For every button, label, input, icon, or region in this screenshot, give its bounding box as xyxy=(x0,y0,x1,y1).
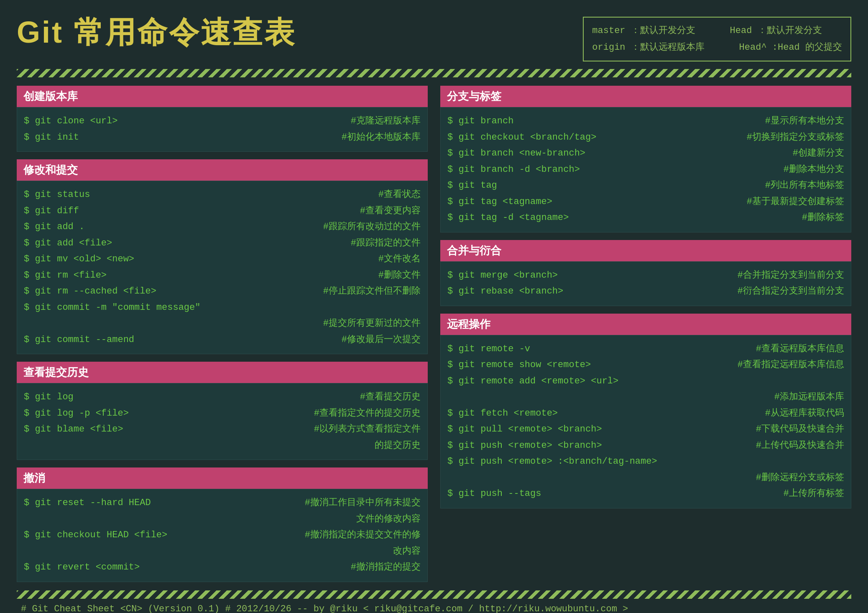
cmd-row: $ git pull <remote> <branch> #下载代码及快速合并 xyxy=(447,421,844,438)
cmd-row: $ git log -p <file> #查看指定文件的提交历史 xyxy=(24,406,421,422)
cmd-row: $ git rm --cached <file> #停止跟踪文件但不删除 xyxy=(24,284,421,300)
cmd-text: $ git checkout HEAD <file> xyxy=(24,527,167,544)
cmd-row: $ git tag <tagname> #基于最新提交创建标签 xyxy=(447,194,844,210)
cmd-comment: #撤消指定的提交 xyxy=(351,559,421,576)
cmd-text: $ git commit --amend xyxy=(24,332,134,348)
cmd-comment: #初始化本地版本库 xyxy=(342,130,421,146)
right-column: 分支与标签 $ git branch #显示所有本地分支 $ git check… xyxy=(440,86,851,582)
cmd-row: $ git reset --hard HEAD #撤消工作目录中所有未提交 xyxy=(24,495,421,511)
cmd-text: $ git clone <url> xyxy=(24,113,117,130)
cmd-row: $ git blame <file> #以列表方式查看指定文件 xyxy=(24,421,421,438)
cmd-comment: #查看提交历史 xyxy=(360,389,421,406)
cmd-comment: #查看指定远程版本库信息 xyxy=(738,357,844,373)
cmd-row: $ git init #初始化本地版本库 xyxy=(24,130,421,146)
cmd-comment: #列出所有本地标签 xyxy=(765,178,844,194)
cmd-comment: #切换到指定分支或标签 xyxy=(747,130,844,146)
cmd-text: $ git fetch <remote> xyxy=(447,406,558,422)
cmd-row: $ git tag #列出所有本地标签 xyxy=(447,178,844,194)
cmd-comment: #撤消工作目录中所有未提交 xyxy=(305,495,421,511)
legend-origin: origin ：默认远程版本库 xyxy=(592,39,704,56)
cmd-text: $ git branch xyxy=(447,113,513,130)
cmd-row: $ git push <remote> <branch> #上传代码及快速合并 xyxy=(447,438,844,454)
cmd-row: $ git commit -m "commit message" xyxy=(24,300,421,316)
cmd-text: $ git remote show <remote> xyxy=(447,357,591,373)
cmd-text: $ git push --tags xyxy=(447,486,541,502)
cmd-comment: #创建新分支 xyxy=(793,146,844,162)
cmd-text: $ git add <file> xyxy=(24,235,112,252)
cmd-comment: #删除文件 xyxy=(378,268,421,284)
cmd-text: $ git mv <old> <new> xyxy=(24,251,134,268)
cmd-row: $ git add . #跟踪所有改动过的文件 xyxy=(24,219,421,235)
cmd-row: $ git push --tags #上传所有标签 xyxy=(447,486,844,502)
cmd-row: $ git remote -v #查看远程版本库信息 xyxy=(447,341,844,358)
cmd-row: 文件的修改内容 xyxy=(24,511,421,528)
cmd-row: 改内容 xyxy=(24,544,421,560)
cmd-text: $ git blame <file> xyxy=(24,421,123,438)
cmd-row: $ git add <file> #跟踪指定的文件 xyxy=(24,235,421,252)
cmd-row: $ git fetch <remote> #从远程库获取代码 xyxy=(447,406,844,422)
cmd-comment: #从远程库获取代码 xyxy=(765,406,844,422)
cmd-text: $ git pull <remote> <branch> xyxy=(447,421,602,438)
cmd-text: $ git branch <new-branch> xyxy=(447,146,585,162)
cmd-row: $ git checkout <branch/tag> #切换到指定分支或标签 xyxy=(447,130,844,146)
footer-text: # Git Cheat Sheet <CN> (Version 0.1) # 2… xyxy=(17,604,851,613)
cmd-comment: 文件的修改内容 xyxy=(356,511,421,528)
cmd-text: $ git log xyxy=(24,389,74,406)
cmd-text: $ git reset --hard HEAD xyxy=(24,495,151,511)
cmd-text: $ git branch -d <branch> xyxy=(447,162,580,178)
cmd-row: $ git rebase <branch> #衍合指定分支到当前分支 xyxy=(447,284,844,300)
cmd-row: $ git clone <url> #克隆远程版本库 xyxy=(24,113,421,130)
section-create-repo-title: 创建版本库 xyxy=(17,86,428,107)
cmd-comment: #显示所有本地分支 xyxy=(765,113,844,130)
cmd-text: $ git tag xyxy=(447,178,497,194)
section-branch-tag: 分支与标签 $ git branch #显示所有本地分支 $ git check… xyxy=(440,86,851,232)
section-view-history-title: 查看提交历史 xyxy=(17,362,428,383)
cmd-row: 的提交历史 xyxy=(24,438,421,454)
section-undo-title: 撤消 xyxy=(17,467,428,489)
bottom-divider xyxy=(17,590,851,599)
cmd-comment: #基于最新提交创建标签 xyxy=(747,194,844,210)
cmd-comment: #克隆远程版本库 xyxy=(351,113,421,130)
cmd-comment: 改内容 xyxy=(393,544,421,560)
section-branch-tag-title: 分支与标签 xyxy=(440,86,851,107)
section-branch-tag-body: $ git branch #显示所有本地分支 $ git checkout <b… xyxy=(440,107,851,232)
cmd-row: $ git branch <new-branch> #创建新分支 xyxy=(447,146,844,162)
section-modify-commit-body: $ git status #查看状态 $ git diff #查看变更内容 $ … xyxy=(17,181,428,354)
legend-head: Head ：默认开发分支 xyxy=(708,23,822,39)
cmd-row: #删除远程分支或标签 xyxy=(447,470,844,486)
legend-master: master ：默认开发分支 xyxy=(592,23,695,39)
cmd-comment: #停止跟踪文件但不删除 xyxy=(323,284,421,300)
section-merge-rebase-body: $ git merge <branch> #合并指定分支到当前分支 $ git … xyxy=(440,261,851,306)
cmd-comment: #查看状态 xyxy=(378,187,421,203)
cmd-row: $ git branch #显示所有本地分支 xyxy=(447,113,844,130)
cmd-text: $ git remote add <remote> <url> xyxy=(447,373,618,390)
cmd-comment: #删除远程分支或标签 xyxy=(756,470,844,486)
legend-box: master ：默认开发分支 Head ：默认开发分支 origin ：默认远程… xyxy=(583,17,851,61)
cmd-comment: #删除本地分支 xyxy=(784,162,844,178)
cmd-text: $ git tag <tagname> xyxy=(447,194,552,210)
section-merge-rebase-title: 合并与衍合 xyxy=(440,240,851,261)
section-create-repo-body: $ git clone <url> #克隆远程版本库 $ git init #初… xyxy=(17,107,428,152)
header: Git 常用命令速查表 master ：默认开发分支 Head ：默认开发分支 … xyxy=(17,13,851,61)
cmd-comment: #下载代码及快速合并 xyxy=(756,421,844,438)
section-undo-body: $ git reset --hard HEAD #撤消工作目录中所有未提交 文件… xyxy=(17,489,428,582)
cmd-comment: #撤消指定的未提交文件的修 xyxy=(305,527,421,544)
cmd-text: $ git revert <commit> xyxy=(24,559,140,576)
cmd-comment: 的提交历史 xyxy=(375,438,421,454)
legend-row-2: origin ：默认远程版本库 Head^ :Head 的父提交 xyxy=(592,39,842,56)
cmd-comment: #上传代码及快速合并 xyxy=(756,438,844,454)
cmd-row: $ git push <remote> :<branch/tag-name> xyxy=(447,454,844,470)
cmd-row: $ git merge <branch> #合并指定分支到当前分支 xyxy=(447,268,844,284)
section-create-repo: 创建版本库 $ git clone <url> #克隆远程版本库 $ git i… xyxy=(17,86,428,152)
cmd-row: $ git diff #查看变更内容 xyxy=(24,203,421,220)
cmd-text: $ git status xyxy=(24,187,90,203)
left-column: 创建版本库 $ git clone <url> #克隆远程版本库 $ git i… xyxy=(17,86,428,582)
section-merge-rebase: 合并与衍合 $ git merge <branch> #合并指定分支到当前分支 … xyxy=(440,240,851,306)
cmd-row: $ git log #查看提交历史 xyxy=(24,389,421,406)
cmd-row: $ git revert <commit> #撤消指定的提交 xyxy=(24,559,421,576)
cmd-text: $ git remote -v xyxy=(447,341,530,358)
cmd-comment: #上传所有标签 xyxy=(784,486,844,502)
cmd-row: #提交所有更新过的文件 xyxy=(24,316,421,332)
section-remote: 远程操作 $ git remote -v #查看远程版本库信息 $ git re… xyxy=(440,314,851,508)
cmd-row: $ git commit --amend #修改最后一次提交 xyxy=(24,332,421,348)
